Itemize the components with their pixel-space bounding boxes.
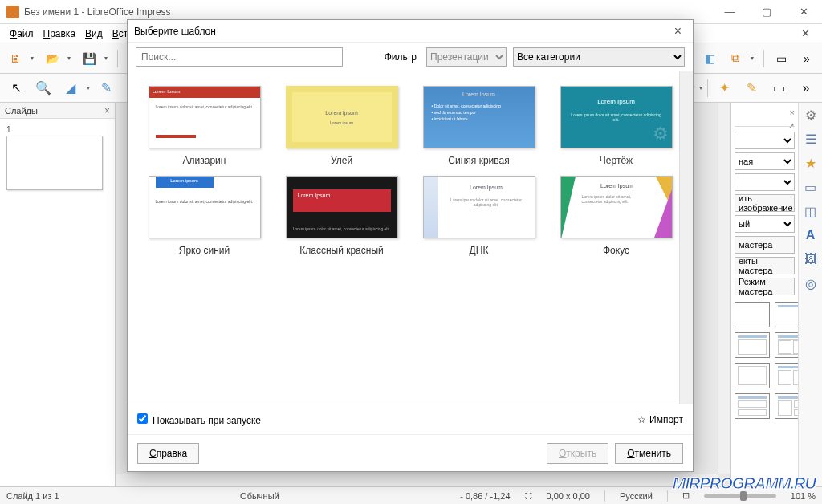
- show-on-startup-checkbox[interactable]: Показывать при запуске: [137, 413, 261, 426]
- cancel-button[interactable]: Отменить: [615, 443, 683, 464]
- btn-master-mode[interactable]: Режим мастера: [735, 278, 795, 295]
- layout-option[interactable]: [775, 363, 798, 388]
- layout-icon[interactable]: ▭: [771, 48, 791, 69]
- statusbar: Слайд 1 из 1 Обычный - 0,86 / -1,24 ⛶ 0,…: [0, 486, 822, 504]
- btn-master[interactable]: мастера: [735, 236, 795, 254]
- navigator-tab-icon[interactable]: ◎: [803, 276, 819, 292]
- layout-option[interactable]: [735, 332, 770, 358]
- doc-close-icon[interactable]: ✕: [793, 26, 817, 42]
- template-caption: Классный красный: [281, 245, 402, 256]
- template-caption: Улей: [281, 155, 402, 166]
- window-title: Без имени 1 - LibreOffice Impress: [24, 6, 171, 18]
- new-doc-icon[interactable]: 🗎: [5, 48, 26, 69]
- dialog-title: Выберите шаблон: [134, 26, 216, 37]
- settings-icon[interactable]: ⚙: [803, 108, 819, 124]
- pointer-icon[interactable]: ↖: [5, 77, 27, 100]
- btn-master-objects[interactable]: екты мастера: [735, 257, 795, 274]
- status-mode[interactable]: Обычный: [240, 491, 279, 501]
- open-icon[interactable]: 📂: [42, 48, 63, 69]
- close-button[interactable]: ✕: [785, 0, 822, 24]
- status-zoom[interactable]: 101 %: [791, 491, 816, 501]
- template-caption: Синяя кривая: [418, 155, 539, 166]
- template-item[interactable]: Lorem ipsumLorem ipsum Улей: [281, 86, 402, 166]
- zoom-fit-icon[interactable]: ⊡: [682, 490, 690, 501]
- layout-option[interactable]: [735, 302, 770, 327]
- template-item[interactable]: Lorem IpsumLorem ipsum dolor sit amet, c…: [281, 176, 402, 256]
- dialog-close-icon[interactable]: ×: [669, 24, 686, 39]
- properties-panel: × ↗ ная ить изображение ый мастера екты …: [730, 103, 822, 486]
- slide-number: 1: [6, 125, 108, 134]
- master-tab-icon[interactable]: ◫: [803, 204, 819, 220]
- help-button[interactable]: Справка: [137, 443, 199, 464]
- template-item[interactable]: Lorem IpsumLorem ipsum dolor sit amet, c…: [555, 86, 677, 166]
- combo-3[interactable]: [735, 173, 795, 191]
- layout-option[interactable]: [775, 302, 798, 327]
- app-icon: [6, 6, 19, 18]
- tool-a-icon[interactable]: ✦: [713, 77, 735, 100]
- filter-label: Фильтр: [385, 51, 417, 63]
- combo-4[interactable]: ый: [735, 215, 795, 233]
- layout-option[interactable]: [735, 363, 770, 388]
- open-button[interactable]: Открыть: [547, 443, 608, 464]
- filter-select[interactable]: Презентации: [426, 47, 507, 67]
- status-size: 0,00 x 0,00: [547, 491, 590, 501]
- more-icon[interactable]: »: [796, 48, 817, 69]
- gallery-scrollbar[interactable]: [679, 71, 693, 404]
- transitions-tab-icon[interactable]: ★: [803, 156, 819, 172]
- template-item[interactable]: Lorem IpsumLorem ipsum dolor sit amet, c…: [418, 176, 539, 256]
- animation-tab-icon[interactable]: ▭: [803, 180, 819, 196]
- toolbar-more-icon[interactable]: »: [795, 77, 817, 100]
- properties-tab-icon[interactable]: ☰: [803, 132, 819, 148]
- template-item[interactable]: Lorem Ipsum• Dolor sit amet, consectetur…: [418, 86, 539, 166]
- template-item[interactable]: Lorem IpsumLorem ipsum dolor sit amet, c…: [555, 176, 677, 256]
- save-icon[interactable]: 💾: [79, 48, 100, 69]
- tool-b-icon[interactable]: ✎: [740, 77, 763, 100]
- template-caption: ДНК: [418, 245, 539, 256]
- status-coords: - 0,86 / -1,24: [460, 491, 510, 501]
- styles-tab-icon[interactable]: A: [803, 228, 819, 244]
- template-gallery: Lorem IpsumLorem ipsum dolor sit amet, c…: [128, 71, 693, 404]
- combo-1[interactable]: [735, 132, 795, 149]
- fill-icon[interactable]: ◢: [59, 77, 82, 100]
- layout-option[interactable]: [775, 393, 798, 419]
- line-icon[interactable]: ✎: [95, 77, 117, 100]
- category-select[interactable]: Все категории: [513, 47, 685, 67]
- template-item[interactable]: Lorem IpsumLorem ipsum dolor sit amet, c…: [144, 86, 265, 166]
- template-caption: Чертёж: [555, 155, 677, 166]
- star-icon: ☆: [637, 414, 646, 425]
- combo-2[interactable]: ная: [735, 152, 795, 170]
- template-dialog: Выберите шаблон × Фильтр Презентации Все…: [127, 19, 694, 472]
- slides-panel-close-icon[interactable]: ×: [104, 105, 110, 116]
- btn-insert-image[interactable]: ить изображение: [735, 194, 795, 212]
- shapes-icon[interactable]: ◧: [699, 48, 720, 69]
- sidebar-tabs: ⚙ ☰ ★ ▭ ◫ A 🖼 ◎: [798, 103, 822, 486]
- zoom-slider[interactable]: [704, 494, 776, 498]
- gallery-tab-icon[interactable]: 🖼: [803, 252, 819, 268]
- menu-edit[interactable]: Правка: [39, 26, 81, 41]
- menu-view[interactable]: Вид: [80, 26, 108, 41]
- status-slide: Слайд 1 из 1: [6, 491, 59, 501]
- status-lang[interactable]: Русский: [620, 491, 653, 501]
- slide-thumbnail[interactable]: [6, 136, 103, 190]
- layouts-grid: [735, 302, 795, 419]
- layout-option[interactable]: [775, 332, 798, 358]
- slides-panel-title: Слайды: [5, 106, 38, 116]
- menu-file[interactable]: Файл: [5, 26, 39, 41]
- import-button[interactable]: ☆Импорт: [637, 414, 683, 425]
- maximize-button[interactable]: ▢: [748, 0, 785, 24]
- template-caption: Ализарин: [144, 155, 265, 166]
- template-item[interactable]: Lorem ipsumLorem ipsum dolor sit amet, c…: [144, 176, 265, 256]
- layout-option[interactable]: [735, 393, 770, 419]
- panel-close-icon[interactable]: ×: [790, 108, 795, 117]
- insert-icon[interactable]: ⧉: [725, 48, 746, 69]
- search-input[interactable]: [136, 47, 343, 67]
- template-caption: Фокус: [555, 245, 677, 256]
- minimize-button[interactable]: —: [711, 0, 748, 24]
- horizontal-scrollbar[interactable]: [116, 474, 718, 486]
- zoom-icon[interactable]: 🔍: [32, 77, 55, 100]
- slides-panel: Слайды × 1: [0, 103, 116, 486]
- template-caption: Ярко синий: [144, 245, 265, 256]
- tool-c-icon[interactable]: ▭: [767, 77, 790, 100]
- vertical-scrollbar[interactable]: [718, 103, 730, 474]
